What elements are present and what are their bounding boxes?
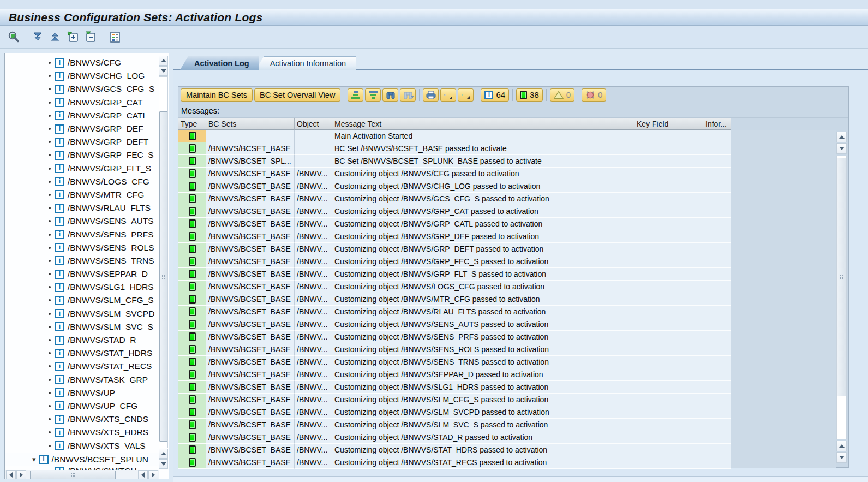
table-row[interactable]: Main Activation Started (178, 130, 731, 142)
tree-item[interactable]: i/BNWVS/SLM_CFG_S (5, 294, 159, 307)
expand-all-icon[interactable] (31, 30, 45, 44)
table-row[interactable]: /BNWVS/BCSET_BASE/BNWV...Customizing obj… (178, 318, 731, 331)
type-cell[interactable] (178, 255, 206, 268)
tree-item[interactable]: i/BNWVS/CHG_LOG (5, 69, 159, 82)
table-row[interactable]: /BNWVS/BCSET_BASE/BNWV...Customizing obj… (178, 230, 731, 243)
table-row[interactable]: /BNWVS/BCSET_BASE/BNWV...Customizing obj… (178, 394, 731, 406)
table-row[interactable]: /BNWVS/BCSET_SPL...BC Set /BNWVS/BCSET_S… (178, 155, 731, 168)
column-header-message-text[interactable]: Message Text (332, 118, 634, 130)
tab-activation-log[interactable]: Activation Log (180, 56, 259, 70)
print-button[interactable] (423, 88, 439, 102)
tree-vertical-scrollbar-thumb[interactable] (159, 111, 167, 442)
column-header-type[interactable]: Type (178, 118, 206, 130)
type-cell[interactable] (178, 306, 206, 318)
tree-scroll-up-button[interactable] (159, 56, 168, 66)
table-row[interactable]: /BNWVS/BCSET_BASE/BNWV...Customizing obj… (178, 281, 731, 293)
type-cell[interactable] (178, 406, 206, 419)
info-count-button[interactable]: i 64 (481, 88, 509, 102)
type-cell[interactable] (178, 456, 206, 469)
tree-item[interactable]: i/BNWVS/GRP_DEFT (5, 135, 159, 148)
type-cell[interactable] (178, 318, 206, 331)
tree-item[interactable]: i/BNWVS/GRP_CATL (5, 109, 159, 122)
collapse-all-icon[interactable] (49, 30, 63, 44)
find-icon[interactable] (7, 30, 21, 44)
tree-item[interactable]: i/BNWVS/SENS_PRFS (5, 228, 159, 241)
type-cell[interactable] (178, 193, 206, 205)
table-scroll-up-button-bottom[interactable] (836, 441, 847, 451)
table-row[interactable]: /BNWVS/BCSET_BASE/BNWV...Customizing obj… (178, 331, 731, 343)
type-cell[interactable] (178, 168, 206, 180)
tree-item[interactable]: i/BNWVS/LOGS_CFG (5, 175, 159, 188)
table-row[interactable]: /BNWVS/BCSET_BASE/BNWV...Customizing obj… (178, 293, 731, 306)
table-row[interactable]: /BNWVS/BCSET_BASE/BNWV...Customizing obj… (178, 444, 731, 456)
type-cell[interactable] (178, 180, 206, 193)
tree-item[interactable]: i/BNWVS/TASK_GRP (5, 373, 159, 386)
type-cell[interactable] (178, 431, 206, 444)
choose-views-button[interactable] (440, 88, 456, 102)
type-cell[interactable] (178, 381, 206, 394)
tree-horizontal-scrollbar-thumb[interactable] (30, 471, 116, 479)
type-cell[interactable] (178, 331, 206, 343)
table-row[interactable]: /BNWVS/BCSET_BASE/BNWV...Customizing obj… (178, 406, 731, 419)
type-cell[interactable] (178, 419, 206, 431)
sort-descending-button[interactable] (365, 88, 381, 102)
table-scroll-down-button[interactable] (836, 143, 847, 154)
tree-item[interactable]: i/BNWVS/UP_CFG (5, 400, 159, 413)
table-row[interactable]: /BNWVS/BCSET_BASE/BNWV...Customizing obj… (178, 180, 731, 193)
table-row[interactable]: /BNWVS/BCSET_BASE/BNWV...Customizing obj… (178, 356, 731, 368)
table-row[interactable]: /BNWVS/BCSET_BASE/BNWV...Customizing obj… (178, 381, 731, 394)
table-row[interactable]: /BNWVS/BCSET_BASE/BNWV...Customizing obj… (178, 343, 731, 356)
tree-node-bcset-splunk[interactable]: ▾ i /BNWVS/BCSET_SPLUN (5, 453, 159, 466)
tree-item[interactable]: i/BNWVS/STAT_HDRS (5, 347, 159, 360)
tree-item[interactable]: i/BNWVS/XTS_HDRS (5, 426, 159, 439)
export-button[interactable] (458, 88, 474, 102)
table-scroll-down-button-bottom[interactable] (836, 452, 847, 463)
type-cell[interactable] (178, 281, 206, 293)
tree-scroll-right-button-right[interactable] (148, 470, 158, 479)
tree-item[interactable]: i/BNWVS/SEPPAR_D (5, 267, 159, 281)
type-cell[interactable] (178, 243, 206, 255)
table-row[interactable]: /BNWVS/BCSET_BASE/BNWV...Customizing obj… (178, 255, 731, 268)
column-header-key-field[interactable]: Key Field (634, 118, 703, 130)
table-row[interactable]: /BNWVS/BCSET_BASE/BNWV...Customizing obj… (178, 218, 731, 230)
tree-item[interactable]: i/BNWVS/STAT_RECS (5, 360, 159, 373)
warning-count-button[interactable]: 0 (550, 88, 574, 102)
chevron-down-icon[interactable]: ▾ (32, 455, 36, 463)
tree-item[interactable]: i/BNWVS/RLAU_FLTS (5, 201, 159, 215)
legend-icon[interactable] (108, 30, 122, 44)
tree-horizontal-scrollbar[interactable] (5, 470, 159, 479)
type-cell[interactable] (178, 356, 206, 368)
tree-item[interactable]: i/BNWVS/MTR_CFG (5, 188, 159, 201)
tree-item[interactable]: i/BNWVS/SLM_SVC_S (5, 320, 159, 334)
success-count-button[interactable]: 38 (516, 88, 543, 102)
table-scroll-up-button[interactable] (836, 132, 847, 142)
tree-item[interactable]: i/BNWVS/SENS_ROLS (5, 241, 159, 254)
tree-item[interactable]: i/BNWVS/GRP_FEC_S (5, 148, 159, 162)
type-cell[interactable] (178, 130, 206, 142)
tree-item[interactable]: i/BNWVS/GCS_CFG_S (5, 82, 159, 96)
tree-scroll-left-button-right[interactable] (138, 470, 148, 479)
tree-item[interactable]: i/BNWVS/SENS_TRNS (5, 254, 159, 267)
tree-scroll-right-button[interactable] (16, 470, 26, 479)
tree-scroll-left-button[interactable] (6, 470, 16, 479)
table-row[interactable]: /BNWVS/BCSET_BASE/BNWV...Customizing obj… (178, 419, 731, 431)
tree-item[interactable]: i/BNWVS/UP (5, 386, 159, 400)
tab-activation-information[interactable]: Activation Information (256, 56, 356, 70)
table-row[interactable]: /BNWVS/BCSET_BASE/BNWV...Customizing obj… (178, 456, 731, 469)
column-header-information[interactable]: Infor... (703, 118, 731, 130)
type-cell[interactable] (178, 218, 206, 230)
collapse-subtree-icon[interactable] (83, 30, 98, 44)
type-cell[interactable] (178, 368, 206, 381)
tree-item[interactable]: i/BNWVS/STAD_R (5, 334, 159, 347)
table-row[interactable]: /BNWVS/BCSET_BASE/BNWV...Customizing obj… (178, 168, 731, 180)
type-cell[interactable] (178, 205, 206, 218)
tree-item[interactable]: i/BNWVS/SLG1_HDRS (5, 281, 159, 294)
error-count-button[interactable]: 0 (582, 88, 606, 102)
tree-item[interactable]: i/BNWVS/GRP_FLT_S (5, 162, 159, 175)
column-header-bc-sets[interactable]: BC Sets (206, 118, 295, 130)
table-row[interactable]: /BNWVS/BCSET_BASE/BNWV...Customizing obj… (178, 243, 731, 255)
table-row[interactable]: /BNWVS/BCSET_BASE/BNWV...Customizing obj… (178, 431, 731, 444)
tree-item[interactable]: i/BNWVS/XTS_VALS (5, 439, 159, 452)
type-cell[interactable] (178, 268, 206, 281)
type-cell[interactable] (178, 155, 206, 168)
